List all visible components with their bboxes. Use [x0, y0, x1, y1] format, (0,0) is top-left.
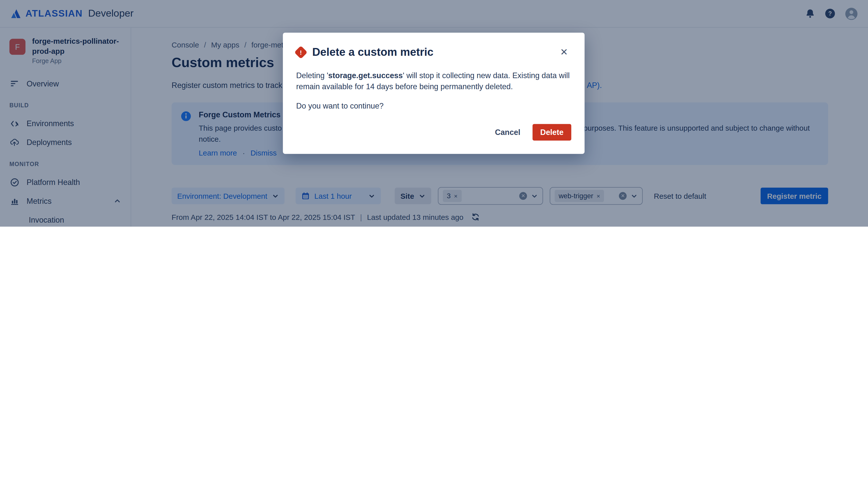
app-window: ATLASSIAN Developer ? [0, 0, 868, 227]
delete-metric-modal: ! Delete a custom metric ✕ Deleting 'sto… [283, 33, 585, 154]
metric-name-emphasis: storage.get.success [328, 71, 403, 80]
modal-body: Deleting 'storage.get.success' will stop… [296, 70, 573, 92]
modal-question: Do you want to continue? [296, 101, 571, 110]
warning-icon: ! [294, 46, 308, 59]
modal-title: Delete a custom metric [312, 46, 433, 59]
close-icon[interactable]: ✕ [557, 47, 571, 58]
cancel-button[interactable]: Cancel [488, 125, 527, 140]
delete-button[interactable]: Delete [533, 124, 571, 141]
